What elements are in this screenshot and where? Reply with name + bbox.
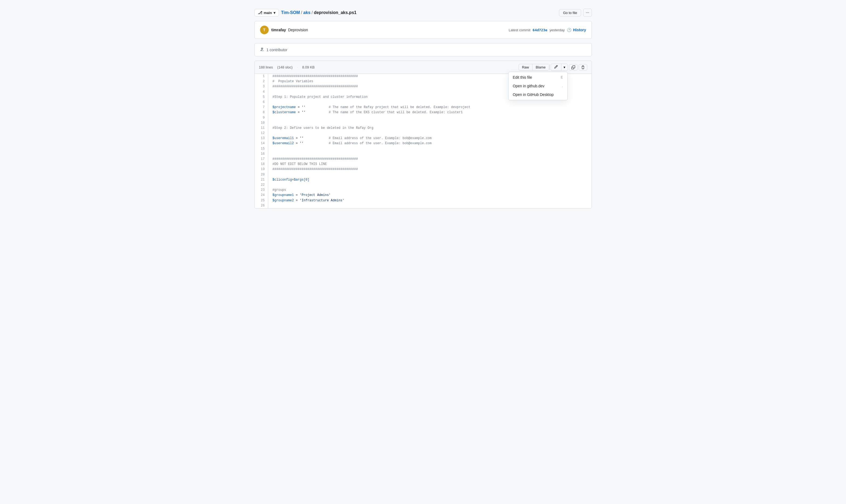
line-number[interactable]: 1 <box>255 74 268 79</box>
edit-button[interactable] <box>551 64 561 71</box>
chevron-down-icon: ▾ <box>273 11 275 15</box>
edit-group: ▾ Edit this file E Open in github.dev . <box>551 64 568 71</box>
line-number[interactable]: 13 <box>255 136 268 141</box>
line-number[interactable]: 24 <box>255 193 268 198</box>
table-row: 7$projectname = '' # The name of the Raf… <box>255 105 592 110</box>
contributors-panel: 1 contributor <box>254 43 592 56</box>
table-row: 15 <box>255 146 592 151</box>
pencil-icon <box>554 65 558 70</box>
line-number[interactable]: 15 <box>255 146 268 151</box>
github-dev-shortcut: . <box>562 84 563 88</box>
open-github-dev-item[interactable]: Open in github.dev . <box>508 82 567 90</box>
goto-file-button[interactable]: Go to file <box>559 9 581 16</box>
table-row: 8$clustername = '' # The name of the EKS… <box>255 110 592 115</box>
line-number[interactable]: 8 <box>255 110 268 115</box>
line-content <box>268 115 592 121</box>
line-number[interactable]: 11 <box>255 126 268 131</box>
line-content <box>268 146 592 151</box>
breadcrumb-file: deprovision_aks.ps1 <box>314 10 356 15</box>
line-number[interactable]: 14 <box>255 141 268 146</box>
commit-message: Deprovision <box>288 28 308 32</box>
commit-author-name[interactable]: timrafay <box>271 28 286 32</box>
edit-dropdown-menu: Edit this file E Open in github.dev . Op… <box>508 72 568 100</box>
line-content: #Step 2: Define users to be deleted in t… <box>268 126 592 131</box>
branch-name: main <box>264 11 272 15</box>
line-content: #groups <box>268 187 592 193</box>
raw-button[interactable]: Raw <box>519 64 533 70</box>
line-content: $groupname2 = 'Infrastructure Admins' <box>268 198 592 203</box>
line-number[interactable]: 21 <box>255 177 268 182</box>
line-content <box>268 131 592 136</box>
line-number[interactable]: 6 <box>255 100 268 105</box>
more-options-button[interactable]: ··· <box>583 8 592 17</box>
breadcrumb-owner[interactable]: Tim-SOM <box>281 10 300 15</box>
history-label: History <box>573 28 586 32</box>
table-row: 9 <box>255 115 592 121</box>
table-row: 21$cliconfig=$args[0] <box>255 177 592 182</box>
edit-dropdown-button[interactable]: ▾ <box>561 64 568 71</box>
file-header-actions: Raw Blame ▾ <box>519 64 587 71</box>
branch-selector[interactable]: ⎇ main ▾ <box>254 9 279 16</box>
lines-count: 188 lines <box>259 65 273 69</box>
table-row: 14$useremail2 = '' # Email address of th… <box>255 141 592 146</box>
line-content <box>268 100 592 105</box>
table-row: 17######################################… <box>255 157 592 162</box>
line-number[interactable]: 3 <box>255 84 268 89</box>
file-stats: 188 lines (148 sloc) · 8.09 KB <box>259 65 315 69</box>
table-row: 10 <box>255 121 592 126</box>
open-github-desktop-label: Open in GitHub Desktop <box>513 92 554 97</box>
commit-author-info: timrafay Deprovision <box>271 28 308 32</box>
commit-hash[interactable]: 64d723e <box>533 28 547 32</box>
contributors-icon <box>260 47 264 52</box>
line-number[interactable]: 10 <box>255 121 268 126</box>
blame-button[interactable]: Blame <box>533 64 549 70</box>
line-content: $groupname1 = 'Project Admins' <box>268 193 592 198</box>
commit-time: yesterday <box>550 28 565 32</box>
edit-this-file-item[interactable]: Edit this file E <box>508 73 567 82</box>
copy-button[interactable] <box>569 64 578 71</box>
line-number[interactable]: 4 <box>255 89 268 95</box>
line-number[interactable]: 26 <box>255 203 268 208</box>
edit-this-file-label: Edit this file <box>513 75 532 79</box>
line-number[interactable]: 23 <box>255 187 268 193</box>
line-number[interactable]: 16 <box>255 151 268 157</box>
top-bar-actions: Go to file ··· <box>559 8 592 17</box>
history-icon: 🕐 <box>567 28 571 32</box>
table-row: 20 <box>255 172 592 177</box>
commit-panel: T timrafay Deprovision Latest commit 64d… <box>254 21 592 39</box>
table-row: 11#Step 2: Define users to be deleted in… <box>255 126 592 131</box>
branch-icon: ⎇ <box>258 11 262 15</box>
open-github-desktop-item[interactable]: Open in GitHub Desktop <box>508 90 567 99</box>
chevron-down-icon: ▾ <box>563 65 565 69</box>
line-content: ########################################… <box>268 157 592 162</box>
breadcrumb: Tim-SOM / aks / deprovision_aks.ps1 <box>281 10 357 15</box>
line-content <box>268 151 592 157</box>
history-link[interactable]: 🕐 History <box>567 28 586 32</box>
table-row: 6 <box>255 100 592 105</box>
line-number[interactable]: 18 <box>255 162 268 167</box>
line-number[interactable]: 7 <box>255 105 268 110</box>
table-row: 18#DO NOT EDIT BELOW THIS LINE <box>255 162 592 167</box>
line-number[interactable]: 25 <box>255 198 268 203</box>
breadcrumb-section: ⎇ main ▾ Tim-SOM / aks / deprovision_aks… <box>254 9 357 16</box>
line-number[interactable]: 22 <box>255 182 268 187</box>
line-number[interactable]: 17 <box>255 157 268 162</box>
table-row: 19######################################… <box>255 167 592 172</box>
line-content <box>268 182 592 187</box>
breadcrumb-repo[interactable]: aks <box>303 10 310 15</box>
delete-button[interactable] <box>579 64 587 71</box>
contributors-text: 1 contributor <box>267 48 288 52</box>
table-row: 26 <box>255 203 592 208</box>
commit-author: T timrafay Deprovision <box>260 25 308 34</box>
line-number[interactable]: 12 <box>255 131 268 136</box>
line-content <box>268 172 592 177</box>
file-header: 188 lines (148 sloc) · 8.09 KB Raw Blame <box>255 61 592 74</box>
line-content: $clustername = '' # The name of the EKS … <box>268 110 592 115</box>
line-number[interactable]: 19 <box>255 167 268 172</box>
line-number[interactable]: 2 <box>255 79 268 84</box>
table-row: 23#groups <box>255 187 592 193</box>
line-number[interactable]: 20 <box>255 172 268 177</box>
line-number[interactable]: 5 <box>255 95 268 100</box>
line-number[interactable]: 9 <box>255 115 268 121</box>
commit-meta: Latest commit 64d723e yesterday 🕐 Histor… <box>508 28 586 32</box>
